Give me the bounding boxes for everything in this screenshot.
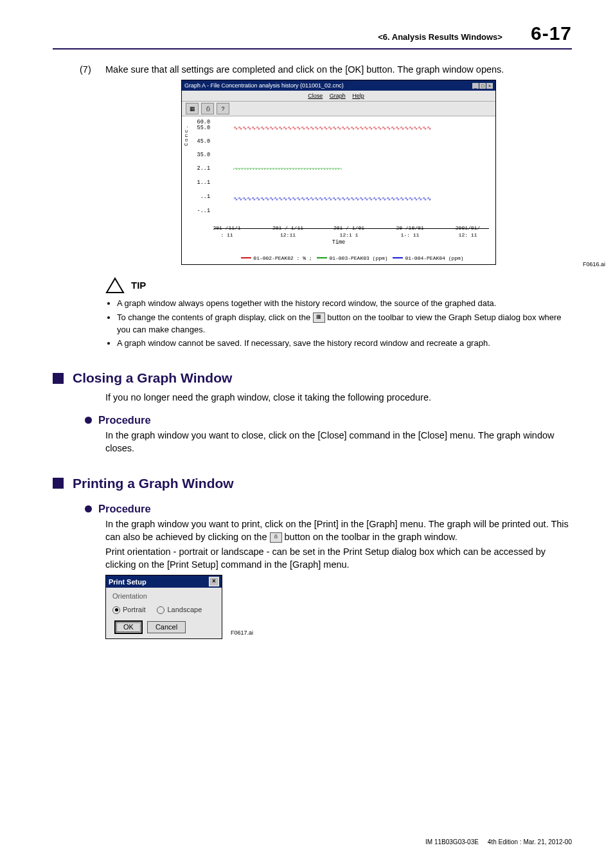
subheading-procedure: Procedure: [85, 502, 572, 516]
radio-portrait[interactable]: Portrait: [112, 605, 145, 615]
graph-window: Graph A - File Concentration analysis hi…: [181, 80, 496, 265]
radio-icon: [157, 606, 164, 614]
series-line-1: ∿∿∿∿∿∿∿∿∿∿∿∿∿∿∿∿∿∿∿∿∿∿∿∿∿∿∿∿∿∿∿∿∿∿∿∿∿∿∿∿…: [233, 125, 431, 132]
window-controls: _□×: [472, 82, 493, 89]
orientation-group-label: Orientation: [112, 592, 215, 601]
step-number: (7): [80, 64, 105, 77]
y-axis-label: Conc.: [183, 124, 190, 146]
radio-label: Landscape: [167, 605, 202, 615]
radio-icon: [112, 606, 120, 614]
menu-help[interactable]: Help: [352, 93, 364, 99]
chart-area: Conc. 60.0 55.0 45.0 35.0 2..1 1..1 ..1 …: [182, 116, 495, 264]
ok-button[interactable]: OK: [115, 621, 142, 633]
warning-icon: [105, 277, 125, 294]
window-titlebar: Graph A - File Concentration analysis hi…: [182, 80, 495, 91]
x-tick: 201 /11/1: 11: [208, 225, 246, 239]
heading-bullet-icon: [53, 373, 64, 384]
legend-label: 01-004-PEAK04 (ppm): [405, 255, 463, 261]
print-setup-dialog: Print Setup × Orientation Portrait Lands…: [105, 575, 222, 639]
cancel-button[interactable]: Cancel: [147, 621, 186, 633]
printing-p2: Print orientation - portrait or landscap…: [105, 546, 572, 571]
y-tick: 35.0: [195, 152, 210, 159]
x-axis-label: Time: [332, 239, 345, 246]
heading-printing: Printing a Graph Window: [53, 475, 572, 493]
dialog-title: Print Setup: [109, 577, 147, 587]
tip-block: TIP A graph window always opens together…: [105, 277, 572, 350]
y-tick: 2..1: [195, 165, 210, 172]
legend-swatch: [241, 257, 251, 258]
tip-item: A graph window cannot be saved. If neces…: [117, 338, 572, 350]
y-tick: 1..1: [195, 179, 210, 186]
legend-label: 01-002-PEAK02 : % ;: [253, 255, 312, 261]
series-line-3: ∿∿∿∿∿∿∿∿∿∿∿∿∿∿∿∿∿∿∿∿∿∿∿∿∿∿∿∿∿∿∿∿∿∿∿∿∿∿∿∿…: [233, 195, 431, 203]
x-tick: 201 / 1/0112:1 1: [330, 225, 368, 239]
subheading-text: Procedure: [98, 502, 151, 516]
menu-close[interactable]: Close: [308, 93, 323, 99]
legend-swatch: [393, 257, 403, 258]
heading-bullet-icon: [53, 478, 64, 489]
print-icon: ⎙: [270, 532, 282, 543]
radio-landscape[interactable]: Landscape: [157, 605, 202, 615]
radio-label: Portrait: [123, 605, 145, 615]
x-tick: 201 / 1/1112:11: [269, 225, 307, 239]
svg-marker-0: [107, 278, 123, 293]
subheading-procedure: Procedure: [85, 413, 572, 427]
figure-label: F0617.ai: [231, 629, 253, 637]
tip-item: A graph window always opens together wit…: [117, 298, 572, 310]
legend-label: 01-003-PEAK03 (ppm): [329, 255, 387, 261]
close-icon[interactable]: ×: [209, 577, 219, 586]
window-toolbar: ▦ ⎙ ?: [182, 102, 495, 116]
graph-setup-icon[interactable]: ▦: [186, 103, 199, 114]
page-footer: IM 11B03G03-03E 4th Edition : Mar. 21, 2…: [425, 838, 572, 847]
closing-procedure-body: In the graph window you want to close, c…: [105, 429, 572, 455]
window-menubar: Close Graph Help: [182, 91, 495, 102]
y-tick: 55.0: [195, 125, 210, 132]
chapter-title: <6. Analysis Results Windows>: [378, 32, 502, 43]
heading-text: Closing a Graph Window: [73, 369, 232, 387]
graph-setup-icon: ▦: [313, 312, 325, 323]
help-icon[interactable]: ?: [217, 103, 229, 114]
maximize-icon[interactable]: □: [479, 83, 486, 89]
chart-legend: 01-002-PEAK02 : % ; 01-003-PEAK03 (ppm) …: [214, 255, 489, 262]
legend-swatch: [317, 257, 327, 258]
edition-info: 4th Edition : Mar. 21, 2012-00: [488, 838, 572, 845]
tip-item: To change the contents of graph display,…: [117, 312, 572, 336]
series-line-2: ⌒⌒⌒⌒⌒⌒⌒⌒⌒⌒⌒⌒⌒⌒⌒⌒⌒⌒⌒⌒⌒⌒⌒⌒⌒⌒⌒⌒⌒⌒⌒⌒⌒⌒⌒⌒⌒⌒: [233, 166, 341, 174]
x-tick: 20 /10/011-: 11: [391, 225, 429, 239]
tip-title: TIP: [131, 279, 146, 292]
heading-closing: Closing a Graph Window: [53, 369, 572, 387]
minimize-icon[interactable]: _: [472, 83, 479, 89]
dialog-titlebar: Print Setup ×: [106, 575, 222, 588]
subheading-bullet-icon: [85, 417, 92, 424]
y-tick: -..1: [195, 208, 210, 215]
print-icon[interactable]: ⎙: [201, 103, 214, 114]
heading-text: Printing a Graph Window: [73, 475, 234, 493]
subheading-bullet-icon: [85, 505, 92, 512]
page-header: <6. Analysis Results Windows> 6-17: [53, 21, 572, 50]
step-text: Make sure that all settings are complete…: [105, 64, 572, 77]
step-7: (7) Make sure that all settings are comp…: [80, 64, 572, 77]
figure-label: F0616.ai: [583, 260, 605, 268]
y-tick: 45.0: [195, 138, 210, 145]
window-title: Graph A - File Concentration analysis hi…: [184, 82, 344, 89]
closing-intro: If you no longer need the graph window, …: [105, 392, 572, 404]
close-icon[interactable]: ×: [486, 83, 493, 89]
x-tick: 2001/01/12: 11: [449, 225, 487, 239]
y-tick: ..1: [195, 194, 210, 201]
printing-p1: In the graph window you want to print, c…: [105, 518, 572, 543]
page-number: 6-17: [531, 21, 572, 47]
menu-graph[interactable]: Graph: [330, 93, 346, 99]
subheading-text: Procedure: [98, 413, 151, 427]
doc-number: IM 11B03G03-03E: [425, 838, 479, 845]
